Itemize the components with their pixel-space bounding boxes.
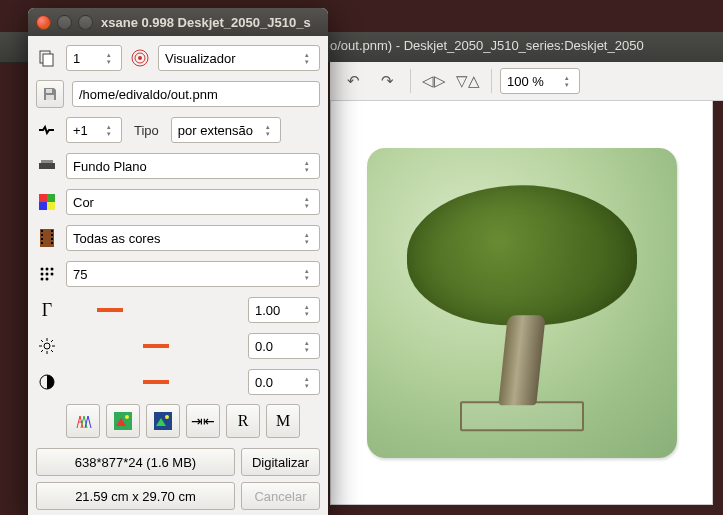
svg-rect-18 <box>51 230 53 232</box>
svg-point-28 <box>41 278 44 281</box>
xsane-window: xsane 0.998 Deskjet_2050_J510_s 1 ▴▾ Vis… <box>28 8 328 515</box>
info-label: 638*877*24 (1.6 MB) <box>36 448 235 476</box>
resolution-combo[interactable]: 75 ▴▾ <box>66 261 320 287</box>
autocrop-button[interactable]: ⇥⇤ <box>186 404 220 438</box>
source-value: Fundo Plano <box>73 159 147 174</box>
flip-v-icon[interactable]: ▽△ <box>453 67 483 95</box>
separator <box>491 69 492 93</box>
resolution-value: 75 <box>73 267 87 282</box>
window-title: xsane 0.998 Deskjet_2050_J510_s <box>101 15 311 30</box>
close-icon[interactable] <box>36 15 51 30</box>
rgb-default-button[interactable] <box>66 404 100 438</box>
svg-rect-16 <box>41 238 43 240</box>
separator <box>410 69 411 93</box>
svg-rect-19 <box>51 234 53 236</box>
svg-point-4 <box>138 56 142 60</box>
svg-point-26 <box>46 273 49 276</box>
tipo-combo[interactable]: por extensão ▴▾ <box>171 117 281 143</box>
svg-rect-21 <box>51 242 53 244</box>
titlebar[interactable]: xsane 0.998 Deskjet_2050_J510_s <box>28 8 328 36</box>
svg-rect-6 <box>46 95 54 100</box>
svg-point-22 <box>41 268 44 271</box>
svg-rect-20 <box>51 238 53 240</box>
contrast-value: 0.0 <box>255 375 273 390</box>
svg-rect-14 <box>41 230 43 232</box>
preview-pane <box>330 100 713 505</box>
contrast-slider[interactable] <box>66 380 240 384</box>
svg-point-27 <box>51 273 54 276</box>
step-spin[interactable]: +1 ▴▾ <box>66 117 122 143</box>
film-icon <box>36 229 58 247</box>
maximize-icon[interactable] <box>78 15 93 30</box>
enhance-button[interactable] <box>146 404 180 438</box>
undo-icon[interactable]: ↶ <box>338 67 368 95</box>
colors-value: Todas as cores <box>73 231 160 246</box>
svg-rect-15 <box>41 234 43 236</box>
scanned-image <box>367 148 677 458</box>
svg-rect-43 <box>154 412 172 430</box>
svg-rect-11 <box>39 202 47 210</box>
zoom-value: 100 % <box>507 74 544 89</box>
filetype-icon <box>36 123 58 137</box>
save-button[interactable] <box>36 80 64 108</box>
mode-combo[interactable]: Visualizador ▴▾ <box>158 45 320 71</box>
tipo-label: Tipo <box>134 123 159 138</box>
minimize-icon[interactable] <box>57 15 72 30</box>
svg-rect-9 <box>39 194 47 202</box>
brightness-slider[interactable] <box>66 344 240 348</box>
source-combo[interactable]: Fundo Plano ▴▾ <box>66 153 320 179</box>
preview-toolbar: ↶ ↷ ◁▷ ▽△ 100 % ▴▾ <box>330 62 723 101</box>
gamma-icon: Γ <box>36 300 58 321</box>
svg-rect-1 <box>43 54 53 66</box>
negative-button[interactable] <box>106 404 140 438</box>
contrast-icon <box>36 374 58 390</box>
filepath-value: /home/edivaldo/out.pnm <box>79 87 218 102</box>
contrast-spin[interactable]: 0.0 ▴▾ <box>248 369 320 395</box>
scanner-icon <box>36 159 58 173</box>
svg-line-36 <box>51 350 53 352</box>
step-value: +1 <box>73 123 88 138</box>
gamma-value: 1.00 <box>255 303 280 318</box>
floppy-icon <box>42 86 58 102</box>
target-icon[interactable] <box>130 48 150 68</box>
svg-rect-12 <box>47 202 55 210</box>
copies-icon <box>36 49 58 67</box>
copies-value: 1 <box>73 51 80 66</box>
svg-point-25 <box>41 273 44 276</box>
restore-button[interactable]: R <box>226 404 260 438</box>
svg-line-38 <box>41 350 43 352</box>
brightness-value: 0.0 <box>255 339 273 354</box>
svg-point-45 <box>165 415 169 419</box>
svg-point-30 <box>44 343 50 349</box>
svg-line-37 <box>51 340 53 342</box>
gamma-spin[interactable]: 1.00 ▴▾ <box>248 297 320 323</box>
zoom-combo[interactable]: 100 % ▴▾ <box>500 68 580 94</box>
mode-value: Visualizador <box>165 51 236 66</box>
scan-button[interactable]: Digitalizar <box>241 448 320 476</box>
tipo-value: por extensão <box>178 123 253 138</box>
svg-point-29 <box>46 278 49 281</box>
svg-rect-40 <box>114 412 132 430</box>
colormode-combo[interactable]: Cor ▴▾ <box>66 189 320 215</box>
svg-rect-7 <box>39 163 55 169</box>
brightness-spin[interactable]: 0.0 ▴▾ <box>248 333 320 359</box>
colormode-icon <box>36 194 58 210</box>
svg-point-42 <box>125 415 129 419</box>
svg-rect-17 <box>41 242 43 244</box>
dimensions-label: 21.59 cm x 29.70 cm <box>36 482 235 510</box>
brightness-icon <box>36 338 58 354</box>
colors-combo[interactable]: Todas as cores ▴▾ <box>66 225 320 251</box>
gamma-slider[interactable] <box>66 308 240 312</box>
svg-point-23 <box>46 268 49 271</box>
redo-icon[interactable]: ↷ <box>372 67 402 95</box>
preview-window-title: o/out.pnm) - Deskjet_2050_J510_series:De… <box>330 38 644 53</box>
copies-spin[interactable]: 1 ▴▾ <box>66 45 122 71</box>
filepath-input[interactable]: /home/edivaldo/out.pnm <box>72 81 320 107</box>
resolution-icon <box>36 266 58 282</box>
flip-h-icon[interactable]: ◁▷ <box>419 67 449 95</box>
colormode-value: Cor <box>73 195 94 210</box>
memory-button[interactable]: M <box>266 404 300 438</box>
svg-rect-8 <box>41 160 53 163</box>
cancel-button: Cancelar <box>241 482 320 510</box>
svg-line-35 <box>41 340 43 342</box>
